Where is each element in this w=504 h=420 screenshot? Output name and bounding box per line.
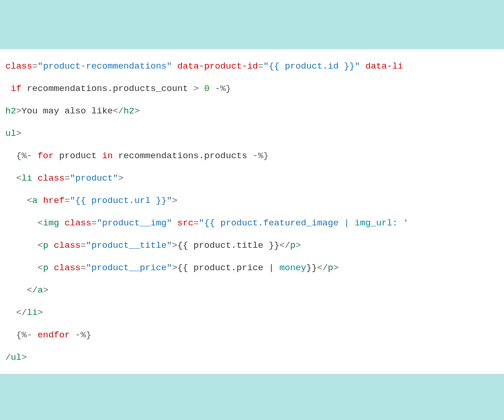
code-line: <p class="product__title">{{ product.tit… <box>0 240 301 251</box>
code-editor-content[interactable]: class="product-recommendations" data-pro… <box>0 49 504 372</box>
code-line: <img class="product__img" src="{{ produc… <box>0 218 408 228</box>
code-line: </a> <box>0 285 49 295</box>
code-line: <p class="product__price">{{ product.pri… <box>0 263 338 273</box>
code-line: <li class="product"> <box>0 173 124 183</box>
code-line: /ul> <box>0 352 27 363</box>
code-line: <a href="{{ product.url }}"> <box>0 196 177 206</box>
code-line: ul> <box>0 128 21 139</box>
code-block: class="product-recommendations" data-pro… <box>0 49 504 372</box>
code-line: class="product-recommendations" data-pro… <box>0 61 403 71</box>
code-editor-panel: class="product-recommendations" data-pro… <box>0 49 504 374</box>
code-line: if recommendations.products_count > 0 -%… <box>0 84 231 94</box>
code-line: {%- for product in recommendations.produ… <box>0 151 269 161</box>
code-line: h2>You may also like</h2> <box>0 106 140 116</box>
code-line: </li> <box>0 308 43 318</box>
code-line: {%- endfor -%} <box>0 330 91 340</box>
